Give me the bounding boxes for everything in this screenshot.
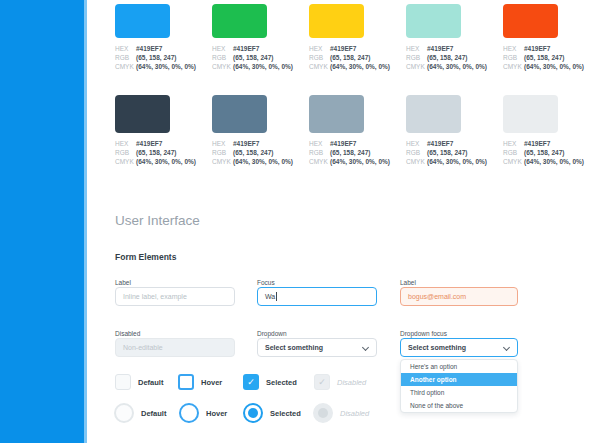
hex-value: #419EF7 bbox=[427, 44, 453, 53]
chevron-down-icon bbox=[362, 344, 369, 351]
dropdown-option[interactable]: Here's an option bbox=[401, 360, 517, 373]
rgb-value: (65, 158, 247) bbox=[330, 53, 370, 62]
checkbox-label: Default bbox=[138, 378, 163, 387]
hex-value: #419EF7 bbox=[524, 139, 550, 148]
radio-dot-icon bbox=[248, 408, 258, 418]
rgb-label: RGB bbox=[309, 148, 330, 157]
focus-field-label: Focus bbox=[257, 279, 275, 286]
dropdown-selected-value: Select something bbox=[265, 344, 323, 351]
rgb-value: (65, 158, 247) bbox=[330, 148, 370, 157]
hex-row: HEX #419EF7 bbox=[406, 44, 496, 53]
color-swatch bbox=[115, 95, 170, 133]
hex-label: HEX bbox=[115, 44, 136, 53]
cmyk-value: (64%, 30%, 0%, 0%) bbox=[233, 157, 293, 166]
hex-label: HEX bbox=[212, 44, 233, 53]
hex-value: #419EF7 bbox=[524, 44, 550, 53]
hex-row: HEX #419EF7 bbox=[115, 44, 205, 53]
color-swatch-card: HEX #419EF7 RGB (65, 158, 247) CMYK (64%… bbox=[115, 95, 205, 166]
rgb-value: (65, 158, 247) bbox=[136, 53, 176, 62]
color-swatch bbox=[309, 4, 364, 38]
checkbox-icon[interactable]: ✓ bbox=[115, 374, 131, 390]
rgb-row: RGB (65, 158, 247) bbox=[115, 53, 205, 62]
color-swatch bbox=[503, 4, 558, 38]
hex-row: HEX #419EF7 bbox=[406, 139, 496, 148]
color-swatch-card: HEX #419EF7 RGB (65, 158, 247) CMYK (64%… bbox=[406, 4, 496, 71]
rgb-row: RGB (65, 158, 247) bbox=[309, 148, 399, 157]
hex-label: HEX bbox=[406, 44, 427, 53]
swatch-meta: HEX #419EF7 RGB (65, 158, 247) CMYK (64%… bbox=[406, 44, 496, 71]
checkbox-icon[interactable]: ✓ bbox=[243, 374, 259, 390]
check-icon: ✓ bbox=[318, 378, 326, 387]
rgb-row: RGB (65, 158, 247) bbox=[503, 53, 593, 62]
cmyk-label: CMYK bbox=[212, 157, 233, 166]
checkbox-item[interactable]: ✓ Selected bbox=[243, 374, 297, 390]
color-swatch-card: HEX #419EF7 RGB (65, 158, 247) CMYK (64%… bbox=[309, 95, 399, 166]
cmyk-label: CMYK bbox=[115, 62, 136, 71]
hex-value: #419EF7 bbox=[330, 44, 356, 53]
radio-item[interactable]: Selected bbox=[243, 403, 301, 423]
radio-icon[interactable] bbox=[179, 403, 199, 423]
radio-label: Default bbox=[141, 409, 166, 418]
rgb-value: (65, 158, 247) bbox=[233, 53, 273, 62]
hex-row: HEX #419EF7 bbox=[309, 139, 399, 148]
rgb-value: (65, 158, 247) bbox=[524, 148, 564, 157]
rgb-row: RGB (65, 158, 247) bbox=[115, 148, 205, 157]
label-field-placeholder: Inline label, example bbox=[123, 293, 187, 300]
cmyk-value: (64%, 30%, 0%, 0%) bbox=[427, 62, 487, 71]
color-swatch-card: HEX #419EF7 RGB (65, 158, 247) CMYK (64%… bbox=[309, 4, 399, 71]
cmyk-value: (64%, 30%, 0%, 0%) bbox=[427, 157, 487, 166]
checkbox-icon[interactable]: ✓ bbox=[178, 374, 194, 390]
color-swatch bbox=[309, 95, 364, 133]
dropdown-select[interactable]: Select something bbox=[257, 338, 377, 357]
radio-dot-icon bbox=[318, 408, 328, 418]
rgb-row: RGB (65, 158, 247) bbox=[309, 53, 399, 62]
hex-label: HEX bbox=[309, 139, 330, 148]
radio-icon[interactable] bbox=[243, 403, 263, 423]
cmyk-row: CMYK (64%, 30%, 0%, 0%) bbox=[212, 157, 302, 166]
cmyk-label: CMYK bbox=[309, 62, 330, 71]
color-swatch bbox=[406, 4, 461, 38]
dropdown-focus-select[interactable]: Select something bbox=[400, 338, 518, 357]
rgb-value: (65, 158, 247) bbox=[427, 148, 467, 157]
checkbox-item[interactable]: ✓ Default bbox=[115, 374, 163, 390]
swatch-meta: HEX #419EF7 RGB (65, 158, 247) CMYK (64%… bbox=[309, 139, 399, 166]
radio-item[interactable]: Default bbox=[114, 403, 166, 423]
color-swatch-card: HEX #419EF7 RGB (65, 158, 247) CMYK (64%… bbox=[115, 4, 205, 71]
cmyk-value: (64%, 30%, 0%, 0%) bbox=[136, 62, 196, 71]
checkbox-icon[interactable]: ✓ bbox=[314, 374, 330, 390]
hex-value: #419EF7 bbox=[136, 139, 162, 148]
cmyk-row: CMYK (64%, 30%, 0%, 0%) bbox=[503, 62, 593, 71]
cmyk-value: (64%, 30%, 0%, 0%) bbox=[233, 62, 293, 71]
cmyk-label: CMYK bbox=[503, 157, 524, 166]
radio-label: Hover bbox=[206, 409, 227, 418]
hex-value: #419EF7 bbox=[233, 139, 259, 148]
rgb-label: RGB bbox=[503, 53, 524, 62]
checkbox-row: ✓ Default ✓ Hover ✓ Selected ✓ Disabled bbox=[115, 374, 535, 396]
error-field-input[interactable]: bogus@email.com bbox=[400, 287, 518, 306]
style-guide-page: HEX #419EF7 RGB (65, 158, 247) CMYK (64%… bbox=[0, 0, 600, 443]
color-swatch-card: HEX #419EF7 RGB (65, 158, 247) CMYK (64%… bbox=[503, 95, 593, 166]
hex-label: HEX bbox=[309, 44, 330, 53]
radio-item[interactable]: Hover bbox=[179, 403, 227, 423]
swatch-meta: HEX #419EF7 RGB (65, 158, 247) CMYK (64%… bbox=[309, 44, 399, 71]
radio-item[interactable]: Disabled bbox=[313, 403, 369, 423]
hex-label: HEX bbox=[503, 139, 524, 148]
cmyk-row: CMYK (64%, 30%, 0%, 0%) bbox=[115, 62, 205, 71]
checkbox-item[interactable]: ✓ Hover bbox=[178, 374, 222, 390]
hex-row: HEX #419EF7 bbox=[212, 44, 302, 53]
radio-row: Default Hover Selected Disabled bbox=[115, 403, 535, 425]
radio-icon[interactable] bbox=[114, 403, 134, 423]
checkbox-label: Hover bbox=[201, 378, 222, 387]
swatch-meta: HEX #419EF7 RGB (65, 158, 247) CMYK (64%… bbox=[503, 139, 593, 166]
focus-field-input[interactable]: Wa bbox=[257, 287, 377, 306]
rgb-label: RGB bbox=[406, 148, 427, 157]
label-field-input[interactable]: Inline label, example bbox=[115, 287, 235, 306]
radio-icon[interactable] bbox=[313, 403, 333, 423]
checkbox-item[interactable]: ✓ Disabled bbox=[314, 374, 366, 390]
disabled-field-placeholder: Non-editable bbox=[123, 344, 163, 351]
page-title: User Interface bbox=[115, 213, 200, 228]
disabled-field-input: Non-editable bbox=[115, 338, 235, 357]
hex-label: HEX bbox=[212, 139, 233, 148]
hex-row: HEX #419EF7 bbox=[503, 139, 593, 148]
hex-value: #419EF7 bbox=[330, 139, 356, 148]
